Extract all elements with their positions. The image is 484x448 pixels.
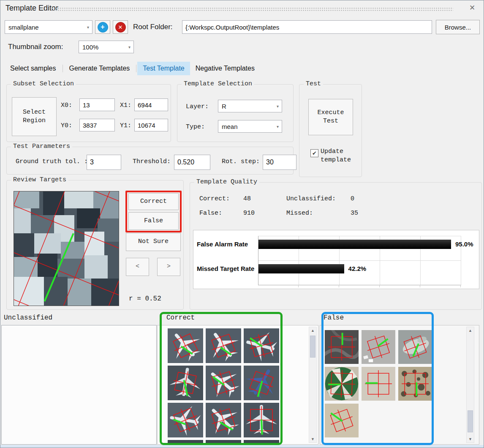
tab-bar: Select samples Generate Templates Test T… [5, 62, 484, 75]
false-list-scrollbar[interactable]: ▲ ▼ [466, 327, 474, 443]
tab-select-samples[interactable]: Select samples [5, 62, 62, 75]
review-targets-title: Review Targets [11, 176, 68, 183]
chart-axis-ticks [258, 285, 461, 287]
target-thumbnail[interactable] [244, 440, 279, 443]
thumbnail-zoom-value: 100% [82, 44, 98, 51]
rot-step-field[interactable] [263, 155, 296, 170]
missed-count-value: 35 [351, 210, 358, 217]
target-thumbnail[interactable] [244, 366, 279, 400]
x0-field[interactable] [79, 98, 115, 111]
target-thumbnail[interactable] [206, 440, 241, 443]
template-select-dropdown[interactable]: smallplane ▾ [5, 20, 92, 34]
scroll-up-icon[interactable]: ▲ [467, 327, 474, 334]
template-selection-group: Template Selection Layer: R ▾ Type: mean… [177, 84, 294, 142]
unclassified-panel-title: Unclassified [4, 314, 52, 322]
tab-test-template[interactable]: Test Template [137, 62, 190, 75]
type-dropdown[interactable]: mean ▾ [218, 120, 282, 133]
review-target-image[interactable] [14, 191, 119, 306]
target-thumbnail[interactable] [244, 403, 279, 437]
subset-selection-title: Subset Selection [11, 80, 76, 87]
target-thumbnail[interactable] [206, 328, 241, 363]
target-thumbnail[interactable] [206, 403, 241, 437]
target-thumbnail[interactable] [168, 366, 203, 400]
scrollbar-thumb[interactable] [310, 336, 315, 358]
scroll-down-icon[interactable]: ▼ [309, 436, 316, 443]
layer-label: Layer: [186, 103, 209, 110]
bar-value-label: 42.2% [348, 265, 367, 272]
delete-template-button[interactable]: ✕ [113, 20, 128, 34]
select-region-button[interactable]: Select Region [12, 97, 57, 136]
execute-test-button[interactable]: Execute Test [308, 99, 353, 135]
correct-list-scrollbar[interactable]: ▲ ▼ [309, 327, 317, 443]
threshold-label: Threshold: [133, 158, 171, 165]
template-quality-group: Template Quality Correct: 48 Unclassifie… [190, 182, 482, 310]
chart-bar [258, 240, 451, 249]
mark-false-button[interactable]: False [128, 212, 179, 230]
check-icon: ✔ [312, 150, 317, 156]
correct-thumbnail-grid [168, 328, 284, 443]
target-thumbnail[interactable] [398, 330, 432, 364]
add-template-button[interactable]: + [95, 20, 110, 34]
window-bottom-edge [0, 445, 484, 448]
target-thumbnail[interactable] [206, 366, 241, 400]
bar-category-label: False Alarm Rate [197, 240, 257, 248]
scroll-down-icon[interactable]: ▼ [467, 436, 474, 443]
drag-grip[interactable] [51, 7, 453, 11]
chevron-right-icon: > [167, 262, 171, 271]
root-folder-input[interactable] [182, 20, 432, 34]
thumbnail-zoom-label: Thumbnail zoom: [8, 43, 63, 51]
threshold-field[interactable] [174, 155, 210, 170]
target-thumbnail[interactable] [168, 403, 203, 437]
window-title: Template Editor [5, 4, 58, 13]
browse-button[interactable]: Browse... [436, 20, 480, 34]
false-panel-title: False [324, 314, 344, 322]
test-parameters-title: Test Parameters [11, 143, 72, 150]
target-thumbnail[interactable] [325, 404, 359, 437]
target-thumbnail[interactable] [325, 367, 359, 401]
y0-field[interactable] [79, 119, 115, 131]
target-thumbnail[interactable] [362, 330, 395, 364]
scrollbar-thumb[interactable] [468, 410, 473, 432]
y1-field[interactable] [134, 119, 168, 131]
chevron-left-icon: < [136, 262, 139, 271]
tab-negative-templates[interactable]: Negative Templates [190, 62, 260, 75]
target-thumbnail[interactable] [168, 328, 203, 363]
unclassified-target-list[interactable] [1, 325, 157, 445]
tab-separator [63, 65, 63, 72]
target-thumbnail[interactable] [244, 328, 279, 363]
browse-button-label: Browse... [445, 24, 471, 31]
ground-truth-tol-field[interactable] [87, 155, 121, 170]
x1-field[interactable] [134, 98, 168, 111]
bar-value-label: 95.0% [455, 240, 473, 248]
type-label: Type: [186, 123, 205, 131]
y0-label: Y0: [61, 122, 72, 129]
correct-count-value: 48 [243, 195, 251, 202]
next-target-button[interactable]: > [157, 258, 180, 276]
false-target-list: ▲ ▼ [320, 325, 479, 445]
chevron-down-icon: ▾ [277, 104, 279, 109]
update-template-checkbox[interactable]: ✔ [310, 149, 318, 157]
false-count-label: False: [199, 210, 222, 217]
template-selection-title: Template Selection [182, 80, 254, 87]
test-title: Test [304, 80, 323, 87]
mark-correct-button[interactable]: Correct [128, 193, 179, 210]
tab-generate-templates[interactable]: Generate Templates [64, 62, 136, 75]
layer-dropdown[interactable]: R ▾ [218, 100, 282, 112]
target-thumbnail[interactable] [168, 440, 203, 443]
update-template-label: Update template [321, 148, 359, 164]
target-thumbnail[interactable] [325, 330, 359, 364]
thumbnail-zoom-dropdown[interactable]: 100% ▾ [79, 41, 134, 53]
previous-target-button[interactable]: < [126, 258, 149, 276]
chevron-down-icon: ▾ [128, 45, 131, 49]
x1-label: X1: [120, 102, 131, 109]
scroll-up-icon[interactable]: ▲ [309, 327, 316, 334]
target-thumbnail[interactable] [362, 367, 395, 401]
close-icon[interactable]: ✕ [469, 3, 475, 12]
add-icon: + [98, 22, 108, 33]
tab-separator [136, 65, 136, 72]
target-thumbnail[interactable] [398, 367, 432, 401]
chart-bar [258, 264, 344, 273]
missed-count-label: Missed: [286, 210, 313, 217]
not-sure-button[interactable]: Not Sure [126, 233, 181, 251]
x0-label: X0: [61, 102, 72, 109]
